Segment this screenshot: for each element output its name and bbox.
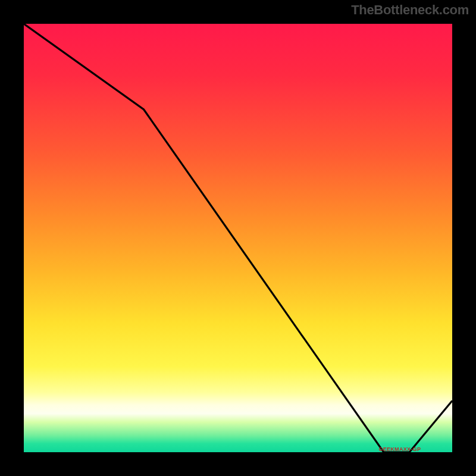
series-line [24, 24, 452, 452]
line-chart-svg [24, 24, 452, 452]
watermark-text: TheBottleneck.com [351, 2, 469, 18]
series-label: GEEKMAXX-GP [378, 446, 421, 452]
chart-canvas: TheBottleneck.com GEEKMAXX-GP [0, 0, 476, 476]
plot-area: GEEKMAXX-GP [24, 24, 452, 452]
plot-frame: GEEKMAXX-GP [18, 18, 458, 458]
